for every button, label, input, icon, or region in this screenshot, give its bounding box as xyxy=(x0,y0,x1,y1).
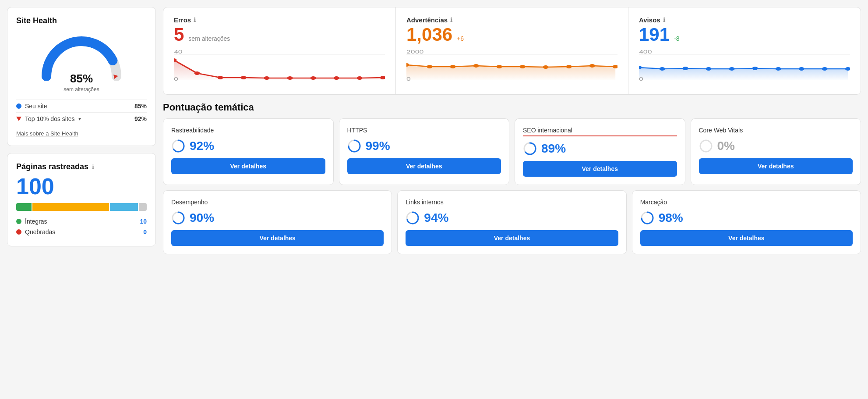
theme-score-cwv: 0% xyxy=(717,139,735,153)
more-link[interactable]: Mais sobre a Site Health xyxy=(16,130,147,137)
btn-seo[interactable]: Ver detalhes xyxy=(523,161,677,177)
tematic-title: Pontuação temática xyxy=(163,102,861,113)
legend-val-top10: 92% xyxy=(134,115,147,122)
pages-card: Páginas rastreadas ℹ 100 Íntegras 10 xyxy=(7,153,156,246)
svg-text:400: 400 xyxy=(639,49,652,54)
bar-orange xyxy=(32,203,109,211)
metric-avisos-delta: -8 xyxy=(674,35,679,42)
metric-advertencias: Advertências ℹ 1,036 +6 xyxy=(396,7,628,94)
pages-title: Páginas rastreadas xyxy=(16,162,88,171)
svg-point-5 xyxy=(241,76,247,79)
right-panel: Erros ℹ 5 sem alterações xyxy=(163,7,861,254)
metrics-row: Erros ℹ 5 sem alterações xyxy=(163,7,861,95)
svg-point-38 xyxy=(822,67,828,71)
svg-text:0: 0 xyxy=(639,76,643,82)
advertencias-chart: 2000 0 xyxy=(406,49,617,84)
pages-label-integras: Íntegras xyxy=(25,218,47,225)
metric-erros: Erros ℹ 5 sem alterações xyxy=(163,7,396,94)
theme-score-marcacao: 98% xyxy=(659,211,683,225)
pages-val-quebradas: 0 xyxy=(143,228,147,235)
avisos-info-icon: ℹ xyxy=(663,17,665,23)
btn-https[interactable]: Ver detalhes xyxy=(347,158,501,174)
erros-chart: 40 0 xyxy=(174,49,385,84)
pages-legend-integras: Íntegras 10 xyxy=(16,216,147,227)
metric-erros-delta: sem alterações xyxy=(188,35,230,42)
pages-label-quebradas: Quebradas xyxy=(25,228,55,235)
btn-desempenho[interactable]: Ver detalhes xyxy=(171,230,384,246)
metric-advertencias-value: 1,036 xyxy=(406,25,452,44)
pages-val-integras: 10 xyxy=(140,218,147,225)
circle-icon-https xyxy=(347,139,361,153)
svg-point-24 xyxy=(589,64,595,68)
left-panel: Site Health 85% sem alterações xyxy=(7,7,156,254)
chevron-icon: ▾ xyxy=(78,116,81,122)
metric-erros-title: Erros xyxy=(174,16,191,24)
gauge-container: 85% sem alterações xyxy=(16,32,147,93)
dot-red-icon xyxy=(16,229,21,235)
circle-icon-seo xyxy=(523,142,537,156)
svg-text:2000: 2000 xyxy=(406,49,423,54)
circle-icon-desempenho xyxy=(171,211,185,225)
btn-links[interactable]: Ver detalhes xyxy=(406,230,618,246)
svg-point-20 xyxy=(497,65,502,68)
dot-blue-icon xyxy=(16,103,21,109)
metric-advertencias-delta: +6 xyxy=(457,35,464,42)
legend-top10[interactable]: Top 10% dos sites ▾ 92% xyxy=(16,112,147,125)
theme-card-rastreabilidade: Rastreabilidade 92% Ver detalhes xyxy=(163,118,334,185)
svg-point-7 xyxy=(287,76,293,80)
theme-card-https: HTTPS 99% Ver detalhes xyxy=(339,118,510,185)
theme-title-https: HTTPS xyxy=(347,127,501,134)
svg-text:0: 0 xyxy=(406,76,411,82)
theme-title-links: Links internos xyxy=(406,199,618,206)
theme-score-desempenho: 90% xyxy=(190,211,214,225)
legend-seu-site: Seu site 85% xyxy=(16,100,147,112)
svg-point-33 xyxy=(706,67,712,71)
circle-icon-marcacao xyxy=(640,211,654,225)
gauge-sub: sem alterações xyxy=(64,86,99,93)
circle-icon-cwv xyxy=(699,139,713,153)
theme-title-seo: SEO internacional xyxy=(523,127,677,136)
avisos-chart: 400 0 xyxy=(639,49,850,84)
svg-text:0: 0 xyxy=(174,76,178,82)
svg-point-9 xyxy=(334,76,339,80)
dot-green-icon xyxy=(16,219,21,224)
btn-marcacao[interactable]: Ver detalhes xyxy=(640,230,853,246)
svg-point-34 xyxy=(729,67,735,71)
theme-score-rastreabilidade: 92% xyxy=(190,139,214,153)
theme-title-desempenho: Desempenho xyxy=(171,199,384,206)
theme-score-links: 94% xyxy=(424,211,448,225)
pages-count: 100 xyxy=(16,175,147,198)
svg-point-19 xyxy=(473,64,479,68)
theme-bottom-grid: Desempenho 90% Ver detalhes Links intern… xyxy=(163,190,861,254)
svg-text:40: 40 xyxy=(174,49,183,54)
svg-point-22 xyxy=(543,65,549,69)
bar-green xyxy=(16,203,32,211)
circle-icon-links xyxy=(406,211,420,225)
svg-point-8 xyxy=(311,76,316,80)
gauge-percent: 85% xyxy=(64,72,99,86)
svg-point-23 xyxy=(566,65,572,68)
svg-point-3 xyxy=(194,71,200,75)
triangle-down-icon xyxy=(16,117,21,121)
svg-point-4 xyxy=(218,76,223,79)
metric-avisos: Avisos ℹ 191 -8 xyxy=(628,7,861,94)
theme-card-desempenho: Desempenho 90% Ver detalhes xyxy=(163,190,392,254)
theme-card-seo: SEO internacional 89% Ver detalhes xyxy=(515,118,685,185)
theme-card-marcacao: Marcação 98% Ver detalhes xyxy=(632,190,861,254)
btn-cwv[interactable]: Ver detalhes xyxy=(699,158,853,174)
svg-point-32 xyxy=(683,67,688,70)
theme-score-seo: 89% xyxy=(541,142,566,156)
pages-bar xyxy=(16,203,147,211)
metric-avisos-value: 191 xyxy=(639,25,670,44)
theme-card-cwv: Core Web Vitals 0% Ver detalhes xyxy=(691,118,861,185)
metric-advertencias-title: Advertências xyxy=(406,16,448,24)
svg-point-21 xyxy=(520,65,526,68)
svg-point-18 xyxy=(450,65,456,68)
legend-label-seu-site: Seu site xyxy=(25,103,47,110)
btn-rastreabilidade[interactable]: Ver detalhes xyxy=(171,158,325,174)
info-icon: ℹ xyxy=(92,164,94,170)
erros-info-icon: ℹ xyxy=(194,17,196,23)
theme-title-cwv: Core Web Vitals xyxy=(699,127,853,134)
site-health-title: Site Health xyxy=(16,16,147,25)
svg-point-49 xyxy=(700,140,712,152)
